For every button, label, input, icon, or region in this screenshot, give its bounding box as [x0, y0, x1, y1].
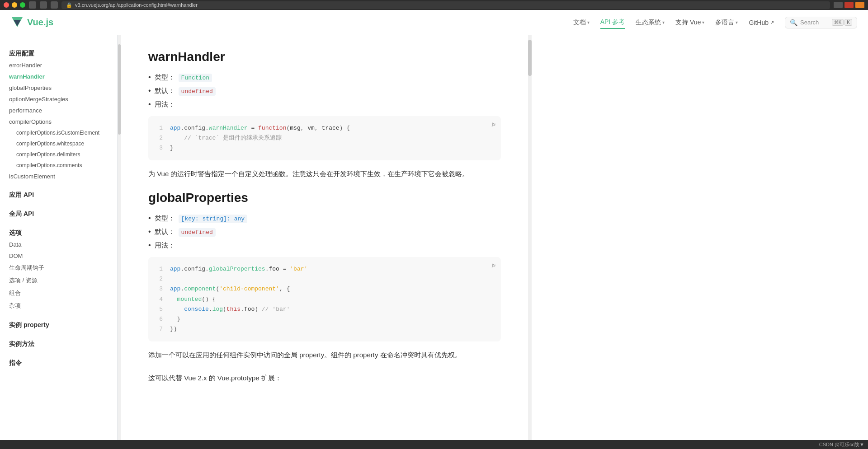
search-box[interactable]: 🔍 Search ⌘K K	[785, 17, 857, 28]
sidebar-section-title-options: 选项	[0, 225, 117, 239]
external-icon: ↗	[770, 20, 774, 25]
svg-marker-1	[14, 20, 21, 26]
refresh-button[interactable]	[51, 1, 58, 9]
back-button[interactable]	[29, 1, 36, 9]
gp-code-line-7: 7 })	[156, 324, 494, 334]
sidebar-item-compilerOptions[interactable]: compilerOptions	[0, 116, 117, 127]
sidebar-section-title-instance-method: 实例方法	[0, 337, 117, 350]
sidebar-item-warnHandler[interactable]: warnHandler	[0, 71, 117, 82]
sidebar-item-compilerOptions-whitespace[interactable]: compilerOptions.whitespace	[0, 138, 117, 149]
code-lang-js: js	[492, 120, 495, 128]
sidebar-section-directive: 指令	[0, 355, 117, 369]
globalProperties-props: 类型 [key: string]: any 默认 undefined 用法	[148, 214, 501, 250]
sidebar-section-app-api: 应用 API	[0, 187, 117, 201]
gp-default-value: undefined	[179, 228, 216, 237]
sidebar-section-title-instance-property: 实例 property	[0, 318, 117, 331]
nav-github[interactable]: GitHub ↗	[749, 17, 774, 28]
address-bar[interactable]: 🔒 v3.cn.vuejs.org/api/application-config…	[61, 1, 830, 9]
code-line-3: 3 }	[156, 143, 494, 153]
globalProperties-usage: 用法	[148, 241, 501, 250]
navbar: Vue.js 文档 ▾ API 参考 生态系统 ▾ 支持 Vue ▾ 多语言 ▾…	[0, 10, 868, 35]
type-value: Function	[179, 74, 212, 82]
warnHandler-title: warnHandler	[148, 50, 501, 64]
nav-docs[interactable]: 文档 ▾	[573, 17, 590, 28]
docs-chevron: ▾	[587, 20, 590, 25]
footer-text: CSDN @可乐cc陕▼	[819, 441, 864, 448]
sidebar-item-compilerOptions-isCustomElement[interactable]: compilerOptions.isCustomElement	[0, 127, 117, 138]
search-text: Search	[800, 19, 829, 26]
sidebar-scrollbar-thumb	[118, 44, 121, 135]
gp-code-line-3: 3 app.component('child-component', {	[156, 284, 494, 294]
sidebar-item-optionMergeStrategies[interactable]: optionMergeStrategies	[0, 94, 117, 105]
search-icon: 🔍	[790, 19, 797, 26]
code-line-1: 1 app.config.warnHandler = function(msg,…	[156, 123, 494, 133]
gp-code-line-6: 6 }	[156, 314, 494, 324]
globalProperties-code: js 1 app.config.globalProperties.foo = '…	[148, 257, 501, 341]
gp-type-label: 类型	[155, 214, 175, 223]
extension-icon	[834, 2, 843, 8]
gp-type-value: [key: string]: any	[179, 215, 247, 223]
site-logo[interactable]: Vue.js	[11, 16, 53, 29]
sidebar-item-dom[interactable]: DOM	[0, 250, 117, 262]
section-warnHandler: warnHandler 类型 Function 默认 undefined 用法 …	[148, 50, 501, 180]
sidebar-section-instance-property: 实例 property	[0, 318, 117, 331]
sidebar-item-data[interactable]: Data	[0, 239, 117, 250]
sidebar-item-composition[interactable]: 组合	[0, 287, 117, 299]
nav-i18n[interactable]: 多语言 ▾	[715, 17, 738, 28]
sidebar-section-title-global-api: 全局 API	[0, 206, 117, 220]
sidebar-item-performance[interactable]: performance	[0, 105, 117, 116]
main-scrollbar-thumb	[528, 40, 532, 76]
i18n-chevron: ▾	[736, 20, 738, 25]
support-chevron: ▾	[702, 20, 704, 25]
sidebar-item-errorHandler[interactable]: errorHandler	[0, 60, 117, 71]
nav-api[interactable]: API 参考	[600, 16, 625, 29]
default-label: 默认	[155, 87, 175, 95]
search-kbd: ⌘K K	[832, 19, 852, 26]
nav-links: 文档 ▾ API 参考 生态系统 ▾ 支持 Vue ▾ 多语言 ▾ GitHub…	[573, 16, 857, 29]
ext-icon2	[855, 2, 864, 8]
code-lang-js2: js	[492, 261, 495, 269]
gp-code-line-2: 2	[156, 274, 494, 284]
warnHandler-code: js 1 app.config.warnHandler = function(m…	[148, 116, 501, 160]
main-content: warnHandler 类型 Function 默认 undefined 用法 …	[121, 35, 528, 440]
default-value: undefined	[179, 87, 216, 96]
kbd-k: K	[844, 19, 852, 26]
warnHandler-props: 类型 Function 默认 undefined 用法	[148, 73, 501, 109]
nav-ecosystem[interactable]: 生态系统 ▾	[636, 17, 665, 28]
sidebar-item-compilerOptions-delimiters[interactable]: compilerOptions.delimiters	[0, 149, 117, 160]
main-scrollbar[interactable]	[528, 35, 532, 440]
sidebar-section-title-app-config: 应用配置	[0, 46, 117, 60]
sidebar-item-compilerOptions-comments[interactable]: compilerOptions.comments	[0, 160, 117, 171]
code-line-2: 2 // `trace` 是组件的继承关系追踪	[156, 133, 494, 143]
forward-button[interactable]	[40, 1, 47, 9]
warnHandler-description: 为 Vue 的运行时警告指定一个自定义处理函数。注意这只会在开发环境下生效，在生…	[148, 168, 501, 180]
warnHandler-type: 类型 Function	[148, 73, 501, 82]
gp-usage-label: 用法	[155, 241, 175, 250]
warnHandler-default: 默认 undefined	[148, 87, 501, 96]
nav-support[interactable]: 支持 Vue ▾	[675, 17, 704, 28]
gp-default-label: 默认	[155, 228, 175, 236]
globalProperties-default: 默认 undefined	[148, 228, 501, 237]
page-layout: 应用配置 errorHandler warnHandler globalProp…	[0, 35, 868, 440]
sidebar-section-app-config: 应用配置 errorHandler warnHandler globalProp…	[0, 46, 117, 182]
globalProperties-description1: 添加一个可以在应用的任何组件实例中访问的全局 property。组件的 prop…	[148, 349, 501, 361]
sidebar-section-title-app-api: 应用 API	[0, 187, 117, 201]
browser-topbar: 🔒 v3.cn.vuejs.org/api/application-config…	[0, 0, 868, 10]
gp-code-line-5: 5 console.log(this.foo) // 'bar'	[156, 304, 494, 314]
csdn-icon	[844, 2, 854, 8]
sidebar-item-lifecycle[interactable]: 生命周期钩子	[0, 262, 117, 274]
ecosystem-chevron: ▾	[662, 20, 665, 25]
sidebar-item-misc[interactable]: 杂项	[0, 299, 117, 312]
lock-icon: 🔒	[66, 2, 72, 8]
sidebar-section-instance-method: 实例方法	[0, 337, 117, 350]
gp-code-line-4: 4 mounted() {	[156, 295, 494, 304]
kbd-ctrl: ⌘K	[832, 19, 844, 26]
sidebar: 应用配置 errorHandler warnHandler globalProp…	[0, 35, 118, 440]
sidebar-section-options: 选项 Data DOM 生命周期钩子 选项 / 资源 组合 杂项	[0, 225, 117, 312]
sidebar-item-isCustomElement[interactable]: isCustomElement	[0, 171, 117, 182]
globalProperties-title: globalProperties	[148, 191, 501, 205]
sidebar-scrollbar[interactable]	[118, 35, 121, 440]
sidebar-item-assets[interactable]: 选项 / 资源	[0, 274, 117, 287]
globalProperties-type: 类型 [key: string]: any	[148, 214, 501, 223]
sidebar-item-globalProperties[interactable]: globalProperties	[0, 82, 117, 94]
